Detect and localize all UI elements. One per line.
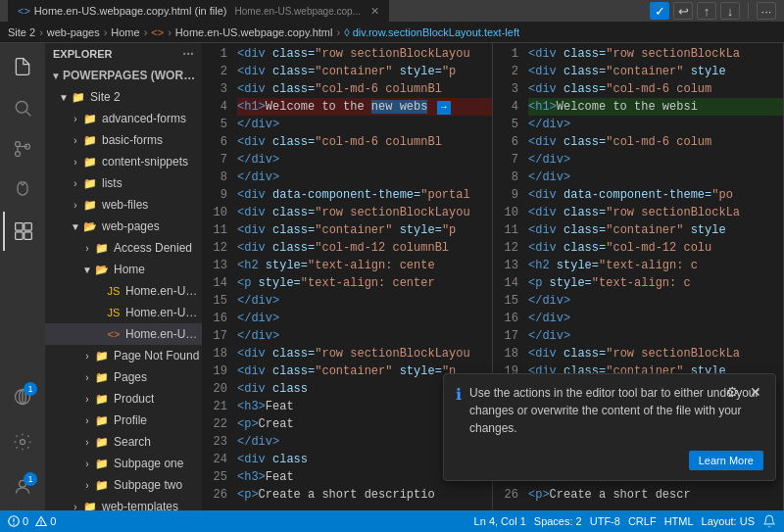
sidebar-more-icon[interactable]: ···	[182, 46, 194, 62]
status-eol[interactable]: CRLF	[628, 515, 657, 527]
sidebar-item-content-snippets[interactable]: › 📁 content-snippets	[45, 151, 202, 172]
activity-powerpages-icon[interactable]: 1	[3, 377, 42, 416]
explorer-label: EXPLORER	[53, 48, 113, 60]
code-r-line-10: <div class="row sectionBlockLa	[528, 204, 783, 221]
status-right: Ln 4, Col 1 Spaces: 2 UTF-8 CRLF HTML La…	[474, 514, 776, 528]
code-r-line-18: <div class="row sectionBlockLa	[528, 345, 783, 363]
warning-count: 0	[50, 515, 56, 527]
sidebar-item-product[interactable]: › 📁 Product	[45, 388, 202, 410]
tab-file-icon: <>	[18, 5, 30, 17]
sidebar-item-subpage-one[interactable]: › 📁 Subpage one	[45, 453, 202, 474]
breadcrumb-symbol[interactable]: ◊ div.row.sectionBlockLayout.text-left	[344, 26, 519, 38]
js-file-icon: JS	[106, 283, 122, 299]
sidebar-item-home[interactable]: ▼ 📂 Home	[45, 259, 202, 280]
code-line-6: <div class="col-md-6 columnBl	[237, 133, 492, 151]
svg-point-2	[16, 142, 21, 147]
code-line-3: <div class="col-md-6 columnBl	[237, 80, 492, 98]
code-r-line-14: <p style="text-align: c	[528, 274, 783, 292]
sidebar-item-profile[interactable]: › 📁 Profile	[45, 410, 202, 431]
sidebar-item-site2[interactable]: ▼ 📁 Site 2	[45, 86, 202, 108]
folder-icon: 📁	[94, 391, 110, 407]
notification-close-icon[interactable]: ✕	[746, 382, 765, 402]
activity-git-icon[interactable]	[3, 129, 42, 169]
folder-icon: 📁	[94, 456, 110, 471]
svg-rect-11	[24, 232, 32, 240]
notification-settings-icon[interactable]: ⚙	[722, 382, 742, 402]
activity-debug-icon[interactable]	[3, 170, 42, 210]
code-line-7: </div>	[237, 151, 492, 169]
code-line-15: </div>	[237, 292, 492, 310]
sidebar-item-subpage-two[interactable]: › 📁 Subpage two	[45, 474, 202, 496]
svg-point-15	[21, 440, 25, 445]
sidebar-item-advanced-forms[interactable]: › 📁 advanced-forms	[45, 108, 202, 129]
tab-active[interactable]: <> Home.en-US.webpage.copy.html (in file…	[8, 0, 389, 22]
up-action-btn[interactable]: ↑	[697, 2, 716, 20]
divider	[748, 3, 749, 19]
sidebar-item-pages[interactable]: › 📁 Pages	[45, 366, 202, 388]
activity-files-icon[interactable]	[3, 47, 42, 86]
js-file-icon2: JS	[106, 305, 122, 320]
sidebar-item-search[interactable]: › 📁 Search	[45, 431, 202, 453]
folder-icon: 📁	[94, 412, 110, 428]
workspace-root[interactable]: ▼ POWERPAGES (WORKSPA...	[45, 65, 202, 86]
breadcrumb-site2[interactable]: Site 2	[8, 26, 35, 38]
editor-area: 12345 678910 1112131415 1617181920 21222…	[202, 43, 784, 510]
code-r-line-15: </div>	[528, 292, 783, 310]
sidebar-item-home-cust2[interactable]: JS Home.en-US.cust...	[45, 302, 202, 323]
sidebar-item-access-denied[interactable]: › 📁 Access Denied	[45, 237, 202, 259]
activity-extensions-icon[interactable]	[3, 212, 42, 251]
code-line-17: </div>	[237, 327, 492, 345]
sidebar-item-home-cust1[interactable]: JS Home.en-US.cust...	[45, 280, 202, 302]
learn-more-button[interactable]: Learn More	[689, 451, 763, 470]
tab-bar: <> Home.en-US.webpage.copy.html (in file…	[8, 0, 389, 22]
code-r-line-12: <div class="col-md-12 colu	[528, 239, 783, 257]
code-r-line-3: <div class="col-md-6 colum	[528, 80, 783, 98]
breadcrumb-home[interactable]: Home	[111, 26, 139, 38]
sidebar-item-basic-forms[interactable]: › 📁 basic-forms	[45, 129, 202, 151]
accept-action-btn[interactable]: ✓	[650, 2, 669, 20]
code-line-14: <p style="text-align: center	[237, 274, 492, 292]
status-spaces[interactable]: Spaces: 2	[534, 515, 582, 527]
code-r-line-26: <p>Create a short descr	[528, 486, 783, 504]
status-language[interactable]: HTML	[664, 515, 694, 527]
activity-search-icon[interactable]	[3, 88, 42, 127]
title-bar: <> Home.en-US.webpage.copy.html (in file…	[0, 0, 784, 22]
down-action-btn[interactable]: ↓	[720, 2, 740, 20]
breadcrumb-webpages[interactable]: web-pages	[47, 26, 100, 38]
more-action-btn[interactable]: ···	[757, 2, 776, 20]
breadcrumb-filename[interactable]: Home.en-US.webpage.copy.html	[175, 26, 333, 38]
code-line-16: </div>	[237, 310, 492, 327]
tab-close-icon[interactable]: ✕	[370, 5, 379, 18]
notification-text: Use the actions in the editor tool bar t…	[469, 384, 763, 437]
sidebar-tree: ▼ POWERPAGES (WORKSPA... ▼ 📁 Site 2 › 📁 …	[45, 65, 202, 510]
status-errors[interactable]: 0 0	[8, 515, 56, 527]
notification-header: ℹ Use the actions in the editor tool bar…	[456, 384, 763, 437]
code-r-line-8: </div>	[528, 169, 783, 186]
code-line-4: <h1>Welcome to the new webs →	[237, 98, 492, 116]
status-ln-col[interactable]: Ln 4, Col 1	[474, 515, 526, 527]
folder-icon: 📁	[94, 477, 110, 493]
status-bell-icon[interactable]	[762, 514, 776, 528]
sidebar-item-lists[interactable]: › 📁 lists	[45, 172, 202, 194]
main-area: 1 1 EXPLORER ··· ▼ POW	[0, 43, 784, 510]
sidebar-item-web-files[interactable]: › 📁 web-files	[45, 194, 202, 216]
line-numbers-left: 12345 678910 1112131415 1617181920 21222…	[202, 43, 233, 510]
tab-label: Home.en-US.webpage.copy.html (in file)	[34, 5, 227, 17]
svg-point-19	[13, 523, 15, 525]
code-line-8: </div>	[237, 169, 492, 186]
folder-icon: 📁	[94, 240, 110, 256]
code-r-line-1: <div class="row sectionBlockLa	[528, 45, 783, 63]
activity-settings-icon[interactable]	[3, 422, 42, 461]
code-r-line-6: <div class="col-md-6 colum	[528, 133, 783, 151]
sidebar-item-web-templates[interactable]: › 📁 web-templates	[45, 496, 202, 510]
status-layout[interactable]: Layout: US	[702, 515, 755, 527]
html-file-icon: <>	[106, 326, 122, 342]
sidebar-item-page-not-found[interactable]: › 📁 Page Not Found	[45, 345, 202, 366]
sidebar-item-home-web[interactable]: <> Home.en-US.web...	[45, 323, 202, 345]
activity-account-icon[interactable]: 1	[3, 467, 42, 507]
undo-action-btn[interactable]: ↩	[673, 2, 693, 20]
notification-actions: ⚙ ✕	[722, 382, 765, 402]
code-line-1: <div class="row sectionBlockLayou	[237, 45, 492, 63]
status-encoding[interactable]: UTF-8	[590, 515, 620, 527]
sidebar-item-web-pages[interactable]: ▼ 📂 web-pages	[45, 216, 202, 237]
